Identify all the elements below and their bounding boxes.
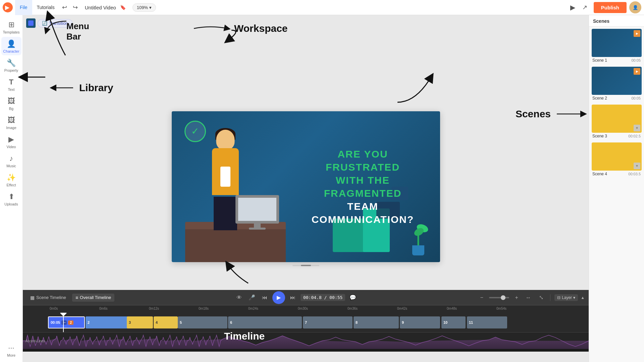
ruler-0m0s: 0m0s	[50, 307, 58, 310]
undo-btn[interactable]: ↩	[59, 2, 70, 13]
timeline-block-6[interactable]: 6	[228, 316, 302, 328]
sidebar-label-uploads: Uploads	[4, 202, 18, 206]
zoom-minus-btn[interactable]: −	[478, 294, 486, 302]
canvas-text-line1: ARE YOU FRUSTRATED	[299, 147, 427, 174]
scene-2-meta: Scene 2 00:05	[592, 95, 641, 101]
playhead-handle[interactable]	[60, 313, 67, 316]
panel-expand-btn[interactable]: ▲	[581, 295, 585, 300]
save-icon[interactable]: 🔖	[120, 5, 126, 10]
transition-chip-label: Transition	[49, 21, 68, 26]
character-area	[182, 121, 276, 262]
scene-4-add-btn[interactable]: +	[634, 163, 640, 169]
layer-icon: ⊟	[557, 295, 560, 300]
timeline-block-8[interactable]: 8	[354, 316, 399, 328]
canvas-scrollbar[interactable]	[292, 265, 319, 266]
zoom-slider-thumb[interactable]	[501, 295, 505, 300]
timeline-block-9[interactable]: 9	[400, 316, 440, 328]
captions-btn[interactable]: 💬	[348, 293, 358, 303]
sidebar-item-character[interactable]: 👤 Character	[1, 37, 21, 55]
timeline-block-4[interactable]: 4	[154, 316, 178, 328]
color-swatch[interactable]	[26, 18, 36, 28]
scene-3-add-btn[interactable]: +	[634, 125, 640, 131]
bg-icon: 🖼	[8, 97, 15, 106]
fit-btn[interactable]: ↔	[523, 293, 533, 303]
share-btn[interactable]: ↗	[579, 1, 591, 13]
sidebar-item-video[interactable]: ▶ Video	[1, 132, 21, 151]
sidebar-item-property[interactable]: 🔧 Property	[1, 56, 21, 74]
timeline-block-7[interactable]: 7	[303, 316, 353, 328]
scene-1-menu-btn[interactable]: ▶	[634, 30, 640, 37]
timeline-scrollbar[interactable]	[23, 349, 589, 352]
sidebar-item-effect[interactable]: ✨ Effect	[1, 171, 21, 189]
sidebar-label-music: Music	[6, 164, 16, 168]
sidebar-item-music[interactable]: ♪ Music	[1, 152, 21, 170]
redo-btn[interactable]: ↪	[70, 2, 81, 13]
canvas-text-line2: WITH THE FRAGMENTED	[299, 174, 427, 200]
person-body	[212, 148, 239, 195]
video-icon: ▶	[8, 135, 14, 144]
zoom-plus-btn[interactable]: +	[513, 294, 521, 302]
timeline-tracks: 00:05 ··· 2 2 3 4 5 6	[23, 313, 589, 332]
transition-chip-icon: 🔄	[42, 21, 47, 26]
bottom-panel: ▦ Scene Timeline ≡ Overall Timeline 👁 🎤 …	[23, 290, 589, 362]
block-11-label: 11	[469, 320, 473, 324]
file-menu-btn[interactable]: File	[15, 0, 32, 15]
mic-btn[interactable]: 🎤	[247, 293, 257, 303]
timecode-display: 00:04.8 / 00:55	[301, 294, 345, 301]
sidebar-label-text: Text	[8, 87, 14, 92]
zoom-control[interactable]: 109% ▾	[132, 3, 156, 12]
sidebar-item-image[interactable]: 🖼 Image	[1, 113, 21, 132]
sidebar-item-bg[interactable]: 🖼 Bg	[1, 94, 21, 113]
scene-1-thumbnail: ▶	[592, 29, 642, 57]
ruler-0m42s: 0m42s	[397, 307, 407, 310]
timeline-block-11[interactable]: 11	[467, 316, 507, 328]
play-preview-btn[interactable]: ▶	[567, 1, 579, 13]
visibility-toggle-btn[interactable]: 👁	[234, 293, 244, 303]
sidebar-label-video: Video	[7, 145, 16, 149]
scene-4-name: Scene 4	[592, 172, 607, 176]
ruler-0m30s: 0m30s	[298, 307, 308, 310]
skip-forward-btn[interactable]: ⏭	[288, 293, 298, 303]
audio-track: Accent-Lines	[23, 332, 589, 349]
skip-back-btn[interactable]: ⏮	[260, 293, 270, 303]
ruler-0m18s: 0m18s	[199, 307, 209, 310]
canvas-scrollbar-thumb[interactable]	[301, 265, 311, 266]
sidebar-item-more[interactable]: ··· More	[1, 341, 21, 359]
playhead[interactable]	[63, 313, 64, 332]
expand-btn[interactable]: ⤡	[536, 293, 546, 303]
timecode-total: 00:55	[329, 295, 342, 300]
sidebar-item-text[interactable]: T Text	[1, 75, 21, 94]
scene-2-item[interactable]: ▶ Scene 2 00:05	[592, 67, 641, 101]
scene-timeline-tab[interactable]: ▦ Scene Timeline	[27, 294, 69, 302]
tutorials-menu-btn[interactable]: Tutorials	[32, 0, 59, 15]
property-icon: 🔧	[7, 59, 16, 67]
overall-timeline-label: Overall Timeline	[80, 295, 111, 300]
play-pause-btn[interactable]: ▶	[272, 291, 285, 304]
timeline-ruler: 0m0s 0m6s 0m12s 0m18s 0m24s 0m30s 0m36s …	[23, 305, 589, 313]
sidebar-label-bg: Bg	[9, 107, 13, 111]
canvas-area[interactable]: ARE YOU FRUSTRATED WITH THE FRAGMENTED T…	[172, 111, 440, 262]
scene-1-item[interactable]: ▶ Scene 1 00:05	[592, 29, 641, 63]
scene-4-meta: Scene 4 00:03.5	[592, 171, 641, 176]
scene-3-item[interactable]: + Scene 3 00:02.5	[592, 105, 641, 138]
timeline-block-5[interactable]: 5	[178, 316, 227, 328]
scene-4-item[interactable]: + Scene 4 00:03.5	[592, 142, 641, 176]
zoom-chevron-icon: ▾	[149, 5, 152, 10]
block-6-label: 6	[230, 320, 232, 324]
sidebar-item-uploads[interactable]: ⬆ Uploads	[1, 190, 21, 208]
timeline-block-1[interactable]: 00:05 ··· 2	[48, 316, 85, 328]
sidebar-item-templates[interactable]: ⊞ Templates	[1, 18, 21, 36]
ruler-0m24s: 0m24s	[248, 307, 258, 310]
transition-chip[interactable]: 🔄 Transition	[38, 19, 72, 27]
publish-btn[interactable]: Publish	[594, 2, 627, 13]
project-title: Untitled Video	[85, 5, 116, 10]
timeline-block-10[interactable]: 10	[441, 316, 466, 328]
block-1-dots[interactable]: ···	[61, 320, 67, 325]
timeline-block-3[interactable]: 3	[127, 316, 153, 328]
zoom-slider[interactable]	[489, 297, 509, 298]
scene-2-menu-btn[interactable]: ▶	[634, 68, 640, 75]
layer-btn[interactable]: ⊟ Layer ▾	[554, 294, 578, 301]
zoom-level-label: 109%	[137, 5, 148, 10]
avatar-btn[interactable]: 👤	[629, 1, 641, 13]
overall-timeline-tab[interactable]: ≡ Overall Timeline	[72, 294, 114, 302]
